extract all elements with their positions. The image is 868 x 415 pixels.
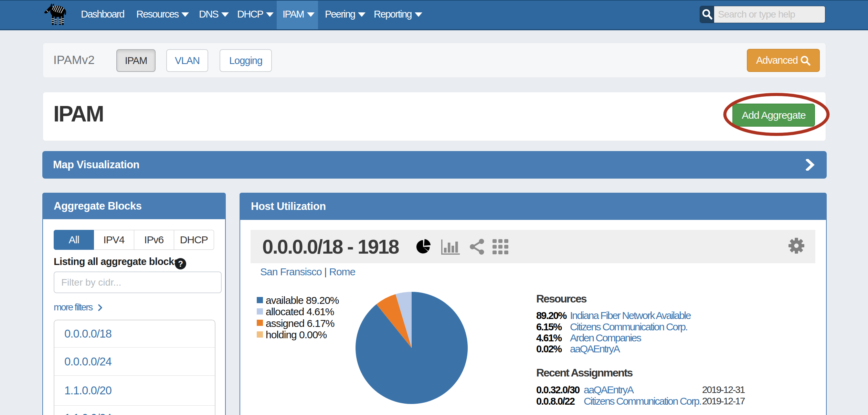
svg-text:?: ? (178, 259, 183, 268)
